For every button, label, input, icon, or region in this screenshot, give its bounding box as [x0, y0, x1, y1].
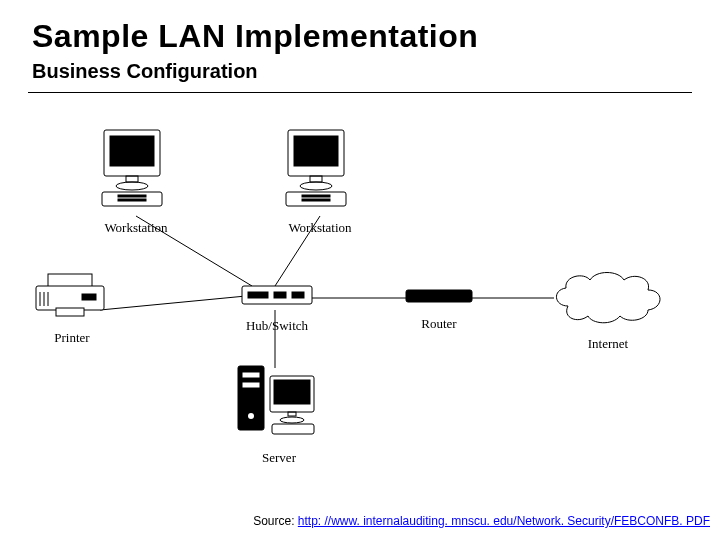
internet-label: Internet: [548, 336, 668, 352]
svg-rect-7: [110, 136, 154, 166]
svg-point-16: [300, 182, 332, 190]
page-subtitle: Business Configuration: [32, 60, 258, 83]
svg-rect-15: [310, 176, 322, 182]
page-title: Sample LAN Implementation: [32, 18, 478, 55]
workstation-icon: [96, 126, 176, 212]
hub-switch-icon: [240, 284, 314, 310]
source-label: Source:: [253, 514, 298, 528]
svg-rect-31: [406, 290, 472, 302]
svg-rect-28: [248, 292, 268, 298]
cloud-icon: [548, 266, 668, 328]
svg-rect-12: [118, 199, 146, 201]
svg-point-39: [280, 417, 304, 423]
printer-icon: [34, 272, 110, 322]
router-node: Router: [404, 286, 474, 332]
svg-rect-11: [118, 195, 146, 197]
hub-switch-node: Hub/Switch: [240, 284, 314, 334]
svg-rect-22: [82, 294, 96, 300]
printer-node: Printer: [34, 272, 110, 346]
network-diagram: Workstation Workstation: [0, 100, 720, 480]
server-node: Server: [234, 362, 324, 466]
server-label: Server: [234, 450, 324, 466]
internet-node: Internet: [548, 266, 668, 352]
svg-rect-8: [126, 176, 138, 182]
workstation-label-2: Workstation: [280, 220, 360, 236]
workstation-node-2: Workstation: [280, 126, 360, 236]
svg-rect-14: [294, 136, 338, 166]
source-link[interactable]: http: //www. internalauditing. mnscu. ed…: [298, 514, 710, 528]
server-icon: [234, 362, 324, 442]
workstation-label-1: Workstation: [96, 220, 176, 236]
router-icon: [404, 286, 474, 308]
svg-point-35: [248, 413, 254, 419]
svg-rect-40: [272, 424, 314, 434]
svg-rect-37: [274, 380, 310, 404]
svg-rect-18: [302, 195, 330, 197]
svg-rect-23: [56, 308, 84, 316]
svg-rect-34: [242, 382, 260, 388]
hub-switch-label: Hub/Switch: [240, 318, 314, 334]
workstation-node-1: Workstation: [96, 126, 176, 236]
printer-label: Printer: [34, 330, 110, 346]
svg-rect-30: [292, 292, 304, 298]
router-label: Router: [404, 316, 474, 332]
svg-point-9: [116, 182, 148, 190]
source-citation: Source: http: //www. internalauditing. m…: [0, 514, 710, 528]
workstation-icon: [280, 126, 360, 212]
svg-rect-33: [242, 372, 260, 378]
title-divider: [28, 92, 692, 93]
svg-line-2: [100, 296, 246, 310]
svg-rect-29: [274, 292, 286, 298]
svg-rect-19: [302, 199, 330, 201]
slide: Sample LAN Implementation Business Confi…: [0, 0, 720, 540]
svg-rect-38: [288, 412, 296, 416]
